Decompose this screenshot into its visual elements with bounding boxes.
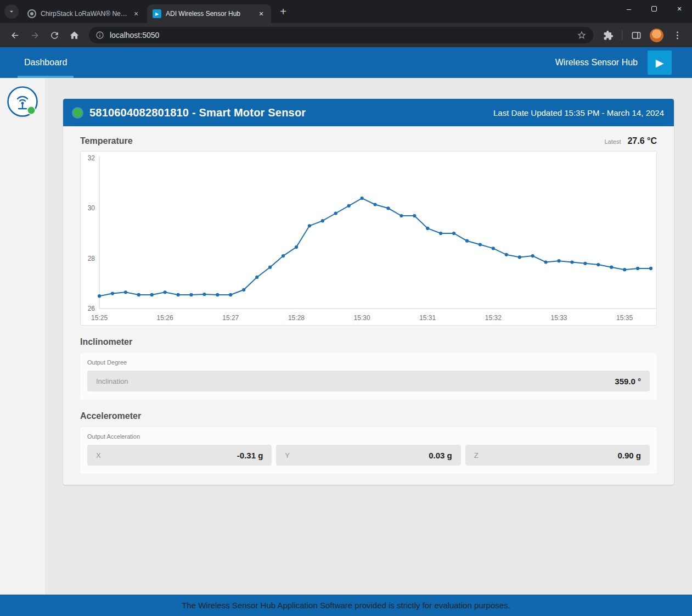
accel-z-label: Z (474, 451, 479, 460)
logo-status-dot (27, 107, 35, 114)
evaluation-notice: The Wireless Sensor Hub Application Soft… (182, 601, 510, 610)
temperature-section-header: Temperature Latest 27.6 °C (80, 136, 657, 146)
maximize-button[interactable] (642, 0, 667, 18)
minimize-button[interactable]: – (616, 0, 642, 18)
accel-z-value: 0.90 g (617, 451, 641, 460)
tab-search-button[interactable] (4, 4, 19, 19)
svg-text:15:27: 15:27 (222, 314, 239, 322)
accelerometer-panel: Output Acceleration X -0.31 g Y 0.03 g (80, 427, 657, 474)
inclination-field: Inclination 359.0 ° (87, 371, 650, 391)
extensions-puzzle-icon (603, 30, 614, 41)
tab-label: ADI Wireless Sensor Hub (166, 10, 254, 18)
svg-text:15:32: 15:32 (485, 314, 502, 322)
accelerometer-title: Accelerometer (80, 411, 657, 421)
inclinometer-panel: Output Degree Inclination 359.0 ° (80, 353, 657, 400)
temperature-line-chart[interactable]: 2628303215:2515:2615:2715:2815:3015:3115… (81, 152, 656, 325)
browser-menu-button[interactable] (668, 26, 687, 44)
kebab-menu-icon (672, 30, 683, 41)
nav-item-label: Dashboard (24, 58, 67, 68)
forward-button[interactable] (25, 26, 44, 44)
forward-icon (30, 30, 40, 41)
home-button[interactable] (65, 26, 83, 44)
tab-close-icon[interactable]: × (257, 9, 266, 18)
latest-reading: Latest 27.6 °C (604, 136, 657, 146)
svg-text:15:26: 15:26 (157, 314, 173, 322)
address-bar[interactable]: localhost:5050 (89, 27, 593, 43)
inclination-value: 359.0 ° (615, 377, 641, 386)
svg-text:32: 32 (88, 154, 95, 162)
app-viewport: Dashboard Wireless Sensor Hub ▶ (0, 47, 692, 616)
device-card: 5810604082801810 - Smart Motor Sensor La… (63, 99, 674, 485)
side-panel-icon (631, 30, 642, 41)
bookmark-star-icon[interactable] (577, 30, 587, 40)
sidebar (0, 78, 45, 595)
extensions-button[interactable] (599, 26, 617, 44)
svg-text:15:35: 15:35 (616, 314, 633, 322)
reload-button[interactable] (45, 26, 64, 44)
back-icon (10, 30, 20, 41)
svg-text:15:30: 15:30 (354, 314, 370, 322)
content-area: 5810604082801810 - Smart Motor Sensor La… (45, 78, 692, 595)
url-text: localhost:5050 (110, 31, 159, 40)
svg-text:30: 30 (88, 204, 95, 212)
side-panel-button[interactable] (627, 26, 645, 44)
window-controls: – × (616, 0, 692, 18)
temperature-title: Temperature (80, 136, 133, 146)
status-online-dot (73, 108, 82, 117)
maximize-icon (651, 6, 657, 12)
accel-y-value: 0.03 g (429, 451, 452, 460)
adi-favicon-icon: ▶ (153, 9, 161, 18)
info-icon[interactable] (95, 31, 104, 40)
device-card-header: 5810604082801810 - Smart Motor Sensor La… (63, 99, 674, 126)
tab-label: ChirpStack LoRaWAN® Networ (41, 10, 128, 18)
app-navbar: Dashboard Wireless Sensor Hub ▶ (0, 47, 692, 78)
chevron-down-icon (8, 8, 15, 15)
inclinometer-title: Inclinometer (80, 337, 657, 347)
reload-icon (49, 30, 60, 41)
svg-text:15:31: 15:31 (419, 314, 436, 322)
accel-x-label: X (96, 451, 101, 460)
svg-text:28: 28 (88, 255, 95, 262)
app-title: Wireless Sensor Hub (555, 58, 638, 68)
accel-y-field: Y 0.03 g (276, 445, 460, 466)
tab-adi-wireless-sensor-hub[interactable]: ▶ ADI Wireless Sensor Hub × (147, 4, 271, 23)
svg-text:15:28: 15:28 (288, 314, 305, 322)
accel-x-value: -0.31 g (237, 451, 263, 460)
tab-strip: ChirpStack LoRaWAN® Networ × ▶ ADI Wirel… (0, 0, 692, 23)
nav-item-dashboard[interactable]: Dashboard (24, 47, 67, 78)
temperature-chart-container: 2628303215:2515:2615:2715:2815:3015:3115… (80, 151, 657, 326)
close-window-button[interactable]: × (667, 0, 692, 18)
svg-text:15:25: 15:25 (91, 314, 108, 322)
play-button[interactable]: ▶ (648, 51, 672, 75)
latest-temperature-value: 27.6 °C (627, 136, 657, 146)
svg-text:15:33: 15:33 (551, 314, 567, 322)
home-icon (69, 30, 80, 41)
accel-x-field: X -0.31 g (87, 445, 272, 466)
acceleration-fields: X -0.31 g Y 0.03 g Z 0.90 g (87, 445, 650, 466)
output-degree-label: Output Degree (87, 359, 650, 366)
accel-z-field: Z 0.90 g (465, 445, 650, 466)
app-footer: The Wireless Sensor Hub Application Soft… (0, 595, 692, 616)
chirpstack-favicon-icon (27, 9, 36, 18)
profile-avatar[interactable] (650, 29, 663, 42)
browser-toolbar: localhost:5050 (0, 23, 692, 47)
active-tab-indicator (18, 76, 74, 78)
svg-text:26: 26 (88, 305, 95, 312)
main-area: 5810604082801810 - Smart Motor Sensor La… (0, 78, 692, 595)
tab-close-icon[interactable]: × (132, 9, 140, 18)
browser-window: ChirpStack LoRaWAN® Networ × ▶ ADI Wirel… (0, 0, 692, 616)
inclination-label: Inclination (96, 377, 128, 385)
device-card-body: Temperature Latest 27.6 °C 2628303215:25… (63, 126, 674, 485)
last-updated-text: Last Date Updated 15:35 PM - March 14, 2… (493, 108, 664, 117)
adi-sensor-hub-logo[interactable] (7, 86, 38, 117)
new-tab-button[interactable]: + (275, 4, 291, 19)
toolbar-separator (622, 30, 622, 40)
back-button[interactable] (5, 26, 24, 44)
tab-chirpstack[interactable]: ChirpStack LoRaWAN® Networ × (22, 4, 146, 23)
output-acceleration-label: Output Acceleration (87, 433, 650, 440)
navbar-right: Wireless Sensor Hub ▶ (555, 51, 672, 75)
accel-y-label: Y (285, 451, 290, 460)
device-title: 5810604082801810 - Smart Motor Sensor (89, 107, 306, 119)
latest-label: Latest (604, 138, 621, 145)
